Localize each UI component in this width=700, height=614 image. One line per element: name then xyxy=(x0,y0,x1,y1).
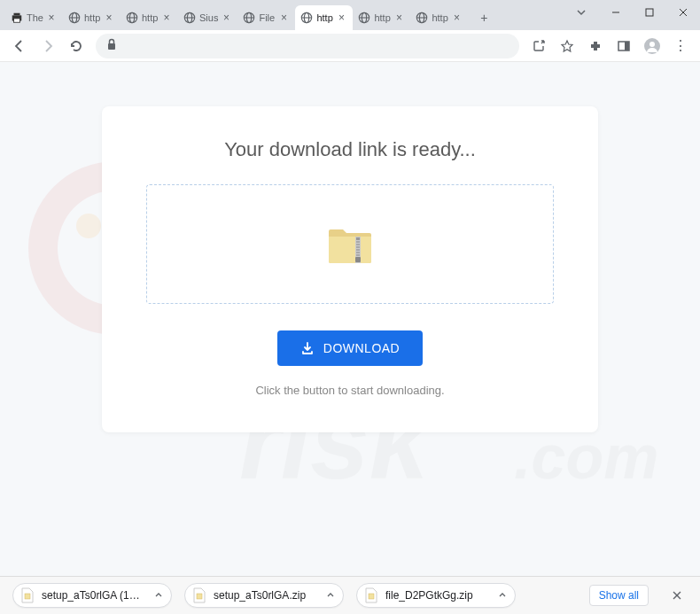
download-item-2[interactable]: file_D2PGtkGg.zip xyxy=(356,583,516,608)
tab-title: Sius xyxy=(199,12,218,23)
page-subtitle: Click the button to start downloading. xyxy=(128,384,572,397)
svg-rect-41 xyxy=(356,241,360,243)
address-bar[interactable] xyxy=(96,34,519,58)
tab-6[interactable]: http × xyxy=(353,5,410,30)
forward-button[interactable] xyxy=(35,34,60,58)
close-icon[interactable]: × xyxy=(335,12,347,24)
tab-strip: The × http × http × Sius × File × xyxy=(0,0,700,30)
printer-icon xyxy=(11,12,23,24)
chevron-up-icon[interactable] xyxy=(494,587,511,604)
tab-3[interactable]: Sius × xyxy=(178,5,237,30)
close-icon[interactable]: × xyxy=(450,12,463,24)
svg-rect-7 xyxy=(14,13,20,16)
new-tab-button[interactable]: + xyxy=(471,5,496,30)
tab-title: http xyxy=(84,12,101,23)
download-filename: setup_aTs0rlGA (1).zip xyxy=(42,589,143,602)
reload-button[interactable] xyxy=(64,34,89,58)
svg-rect-44 xyxy=(356,249,360,251)
tab-title: http xyxy=(374,12,391,23)
tab-title: http xyxy=(316,12,333,23)
globe-icon xyxy=(126,12,138,24)
minimize-button[interactable] xyxy=(599,0,633,25)
svg-rect-43 xyxy=(356,246,360,248)
zip-folder-icon xyxy=(327,224,373,265)
download-item-0[interactable]: setup_aTs0rlGA (1).zip xyxy=(12,583,172,608)
globe-icon xyxy=(243,12,255,24)
share-button[interactable] xyxy=(526,34,551,58)
download-button-label: DOWNLOAD xyxy=(323,341,400,355)
menu-button[interactable]: ⋮ xyxy=(668,34,693,58)
svg-rect-45 xyxy=(356,252,360,253)
chevron-up-icon[interactable] xyxy=(322,587,339,604)
svg-rect-46 xyxy=(356,254,360,256)
page-title: Your download link is ready... xyxy=(128,138,572,161)
tab-0[interactable]: The × xyxy=(5,5,63,30)
svg-rect-8 xyxy=(14,19,20,22)
svg-rect-48 xyxy=(25,594,30,599)
show-all-button[interactable]: Show all xyxy=(589,585,649,606)
tab-2[interactable]: http × xyxy=(121,5,178,30)
svg-rect-50 xyxy=(369,594,374,599)
chevron-up-icon[interactable] xyxy=(150,587,167,604)
close-icon[interactable]: × xyxy=(220,12,232,24)
close-icon[interactable]: × xyxy=(45,12,58,24)
file-icon xyxy=(192,587,206,603)
page-content: Your download link is ready... DO xyxy=(0,62,700,576)
globe-icon xyxy=(300,12,313,24)
close-icon[interactable]: × xyxy=(393,12,405,24)
tab-title: http xyxy=(432,12,448,23)
download-filename: file_D2PGtkGg.zip xyxy=(385,589,486,602)
svg-rect-42 xyxy=(356,244,360,245)
maximize-button[interactable] xyxy=(633,0,666,25)
extensions-button[interactable] xyxy=(583,34,608,58)
svg-rect-31 xyxy=(646,9,653,16)
close-icon[interactable]: × xyxy=(277,12,290,24)
close-icon[interactable]: × xyxy=(103,12,115,24)
globe-icon xyxy=(358,12,370,24)
browser-toolbar: ⋮ xyxy=(0,30,700,62)
svg-rect-40 xyxy=(356,237,360,240)
lock-icon xyxy=(106,38,117,54)
globe-icon xyxy=(68,12,81,24)
window-close-button[interactable] xyxy=(666,0,700,25)
file-preview-box xyxy=(146,184,554,304)
globe-icon xyxy=(183,12,196,24)
svg-rect-34 xyxy=(108,43,115,50)
downloads-bar: setup_aTs0rlGA (1).zip setup_aTs0rlGA.zi… xyxy=(0,576,700,614)
tab-7[interactable]: http × xyxy=(410,5,468,30)
tab-title: http xyxy=(142,12,159,23)
download-filename: setup_aTs0rlGA.zip xyxy=(214,589,315,602)
tab-title: File xyxy=(259,12,276,23)
download-icon xyxy=(300,341,315,355)
file-icon xyxy=(364,587,378,603)
tabs-dropdown-button[interactable] xyxy=(564,0,598,25)
bookmark-button[interactable] xyxy=(555,34,579,58)
profile-button[interactable] xyxy=(640,34,665,58)
svg-point-38 xyxy=(649,42,655,47)
tab-5-active[interactable]: http × xyxy=(295,5,353,30)
downloads-close-button[interactable] xyxy=(666,585,688,606)
tab-4[interactable]: File × xyxy=(237,5,295,30)
tab-title: The xyxy=(27,12,43,23)
svg-rect-49 xyxy=(197,594,202,599)
download-button[interactable]: DOWNLOAD xyxy=(277,330,423,366)
file-icon xyxy=(20,587,35,603)
download-card: Your download link is ready... DO xyxy=(102,106,598,432)
close-icon[interactable]: × xyxy=(160,12,173,24)
tab-1[interactable]: http × xyxy=(63,5,121,30)
svg-rect-36 xyxy=(625,42,629,51)
sidepanel-button[interactable] xyxy=(611,34,636,58)
svg-rect-47 xyxy=(355,257,361,262)
window-controls xyxy=(599,0,700,25)
back-button[interactable] xyxy=(7,34,32,58)
download-item-1[interactable]: setup_aTs0rlGA.zip xyxy=(184,583,344,608)
globe-icon xyxy=(416,12,428,24)
